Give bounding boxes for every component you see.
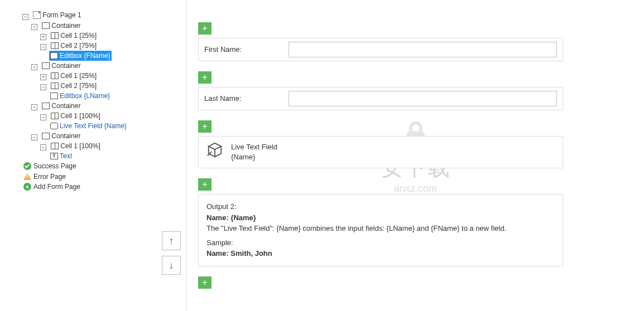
tree-livetext[interactable]: Live Text Field {Name}: [49, 121, 128, 131]
editbox-icon: [50, 52, 58, 59]
tree-container[interactable]: Container: [41, 131, 81, 141]
add-container-button[interactable]: +: [198, 178, 212, 191]
toggle-icon[interactable]: −: [31, 104, 37, 110]
livetext-icon: [50, 123, 58, 129]
cell-icon: [51, 82, 59, 89]
editbox-icon: [50, 93, 58, 99]
tree-editbox-fname[interactable]: Editbox {FName}: [49, 51, 112, 61]
cell-icon: [51, 42, 59, 49]
add-container-button[interactable]: +: [198, 276, 212, 289]
toggle-icon[interactable]: +: [40, 74, 46, 80]
form-canvas: 安下载 anxz.com + First Name: + Last Name: …: [187, 0, 644, 311]
plus-icon: [23, 183, 31, 191]
reorder-controls: ↑ ↓: [162, 231, 181, 280]
output-name-label: Name: {Name}: [206, 213, 256, 222]
output-sample-label: Sample:: [206, 237, 555, 249]
tree-cell[interactable]: Cell 2 [75%]: [50, 41, 98, 51]
cell-icon: [51, 32, 59, 39]
tree-container[interactable]: Container: [41, 61, 81, 71]
cube-icon: [206, 142, 223, 159]
cell-icon: [51, 72, 59, 79]
toggle-icon[interactable]: −: [31, 24, 37, 30]
container-icon: [42, 62, 50, 69]
check-icon: [23, 162, 31, 170]
tree-container[interactable]: Container: [41, 21, 81, 31]
lname-label: Last Name:: [199, 88, 285, 110]
tree-success-page[interactable]: Success Page: [22, 161, 78, 171]
lname-input[interactable]: [289, 91, 557, 106]
tree-editbox-lname[interactable]: Editbox {LName}: [49, 91, 111, 101]
output-row[interactable]: Output 2: Name: {Name} The "Live Text Fi…: [198, 194, 563, 266]
tree-panel: − Form Page 1 − Container +: [0, 0, 187, 311]
tree-cell[interactable]: Cell 1 [100%]: [50, 141, 101, 151]
fname-label: First Name:: [199, 38, 285, 61]
page-icon: [33, 11, 41, 19]
toggle-icon[interactable]: −: [31, 64, 37, 70]
tree-cell[interactable]: Cell 1 [25%]: [50, 31, 98, 41]
cell-icon: [51, 143, 59, 149]
toggle-icon[interactable]: −: [40, 114, 46, 120]
container-icon: [42, 22, 50, 29]
toggle-icon[interactable]: +: [40, 34, 46, 40]
svg-marker-3: [209, 143, 222, 149]
move-down-button[interactable]: ↓: [162, 256, 181, 275]
container-icon: [42, 103, 50, 109]
toggle-icon[interactable]: −: [40, 44, 46, 50]
tree-text[interactable]: Text: [49, 151, 73, 161]
tree-form-page[interactable]: Form Page 1: [32, 10, 82, 20]
add-container-button[interactable]: +: [198, 71, 212, 84]
toggle-icon[interactable]: −: [40, 144, 46, 150]
toggle-icon[interactable]: −: [22, 14, 28, 20]
warning-icon: [23, 173, 31, 180]
fname-input[interactable]: [289, 42, 557, 57]
tree-cell[interactable]: Cell 2 [75%]: [50, 81, 98, 91]
toggle-icon[interactable]: −: [31, 134, 37, 140]
tree-container[interactable]: Container: [41, 101, 81, 111]
output-heading: Output 2:: [206, 201, 555, 212]
fname-row[interactable]: First Name:: [198, 38, 563, 61]
tree-error-page[interactable]: Error Page: [22, 172, 67, 182]
tree-add-page[interactable]: Add Form Page: [22, 182, 81, 192]
cell-icon: [51, 113, 59, 119]
add-container-button[interactable]: +: [198, 120, 212, 133]
output-sample-value: Name: Smith, John: [206, 249, 272, 257]
tree-cell[interactable]: Cell 1 [100%]: [50, 111, 101, 121]
tree: − Form Page 1 − Container +: [22, 10, 182, 192]
lname-row[interactable]: Last Name:: [198, 87, 563, 110]
text-icon: [50, 153, 58, 159]
toggle-icon[interactable]: −: [40, 84, 46, 90]
container-icon: [42, 133, 50, 139]
livetext-content: Live Text Field {Name}: [231, 142, 277, 162]
output-description: The "Live Text Field": {Name} combines t…: [206, 223, 555, 234]
add-container-button[interactable]: +: [198, 22, 212, 35]
livetext-row[interactable]: Live Text Field {Name}: [198, 136, 563, 168]
move-up-button[interactable]: ↑: [162, 231, 181, 250]
tree-cell[interactable]: Cell 1 [25%]: [50, 71, 98, 81]
